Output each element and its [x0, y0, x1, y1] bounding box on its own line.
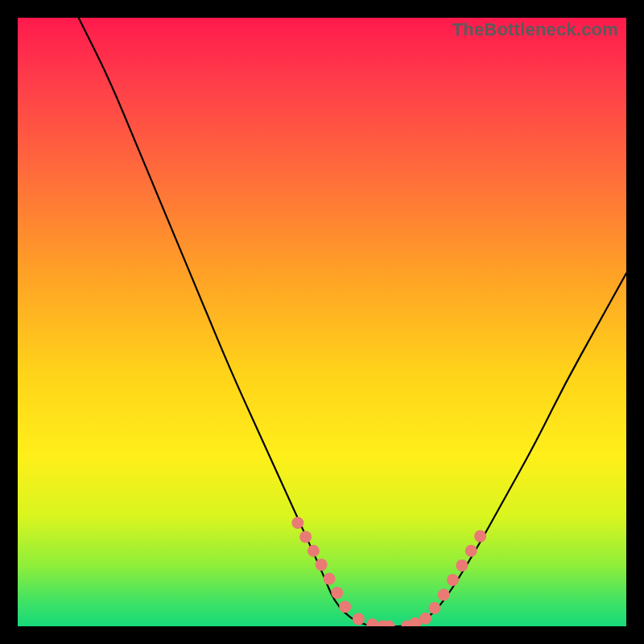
highlight-dot [447, 574, 459, 586]
highlight-dot [316, 559, 328, 571]
curve-layer [18, 18, 626, 626]
highlight-dot [339, 601, 351, 613]
highlight-dot [438, 588, 450, 601]
watermark-text: TheBottleneck.com [452, 19, 618, 40]
chart-stage: TheBottleneck.com [0, 0, 644, 644]
highlight-dot [366, 618, 378, 626]
highlight-dot [353, 613, 365, 625]
highlight-dot [409, 617, 421, 626]
plot-area: TheBottleneck.com [18, 18, 626, 626]
highlight-dot [401, 621, 413, 627]
highlight-dot [428, 602, 440, 614]
highlight-dot [465, 545, 477, 557]
highlight-dot [324, 573, 336, 585]
highlight-dot [456, 559, 468, 572]
highlight-dots-group [291, 517, 486, 626]
highlight-dot [383, 621, 395, 627]
highlight-dot [419, 613, 431, 625]
bottleneck-curve [79, 18, 626, 626]
highlight-dot [299, 530, 312, 543]
highlight-dot [331, 587, 343, 599]
highlight-dot [474, 530, 486, 543]
highlight-dot [377, 621, 389, 627]
highlight-dot [308, 545, 320, 557]
highlight-dot [291, 517, 303, 529]
